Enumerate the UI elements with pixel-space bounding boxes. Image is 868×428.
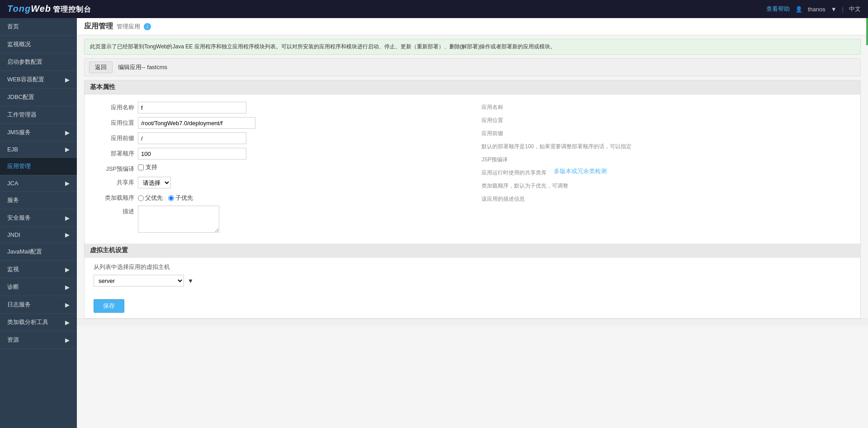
sidebar-item-jdbc[interactable]: JDBC配置 <box>0 89 77 106</box>
sidebar-item-web-container-arrow: ▶ <box>65 76 70 83</box>
app-prefix-hint: 应用前缀 <box>481 128 503 137</box>
sidebar-item-ejb[interactable]: EJB ▶ <box>0 141 77 158</box>
sidebar-item-jdbc-label: JDBC配置 <box>7 93 34 101</box>
app-name-input[interactable] <box>138 102 246 113</box>
jsp-compile-checkbox-label[interactable]: 支持 <box>138 163 157 171</box>
classload-order-label: 类加载顺序 <box>94 192 134 202</box>
desc-row: 描述 <box>94 206 463 233</box>
jsp-compile-hint: JSP预编译 <box>481 154 508 164</box>
right-status-bar <box>866 18 868 45</box>
sidebar-item-home-label: 首页 <box>7 23 19 31</box>
sidebar-item-jndi-label: JNDI <box>7 231 20 238</box>
classload-child-label[interactable]: 子优先 <box>168 194 193 202</box>
sidebar-item-monitor-overview[interactable]: 监视概况 <box>0 36 77 53</box>
classload-hint-row: 类加载顺序，默认为子优先，可调整 <box>481 180 851 190</box>
deploy-order-label: 部署顺序 <box>94 148 134 158</box>
classload-order-row: 类加载顺序 父优先 子优先 <box>94 192 463 202</box>
vhost-header: 虚拟主机设置 <box>85 244 860 258</box>
sidebar-item-service[interactable]: 服务 <box>0 192 77 209</box>
deploy-order-hint-row: 默认的部署顺序是100，如果需要调整部署顺序的话，可以指定 <box>481 141 851 151</box>
classload-father-label[interactable]: 父优先 <box>138 194 163 202</box>
logo: TongWeb管理控制台 <box>7 4 91 14</box>
sidebar-item-jndi[interactable]: JNDI ▶ <box>0 227 77 243</box>
action-title: 编辑应用-- fastcms <box>118 63 167 71</box>
sidebar-item-jca-arrow: ▶ <box>65 180 70 187</box>
vhost-dropdown-arrow: ▼ <box>188 277 193 284</box>
shared-lib-link[interactable]: 多版本或冗余类检测 <box>554 167 607 175</box>
sidebar-item-classload-label: 类加载分析工具 <box>7 318 48 326</box>
sidebar-item-resource[interactable]: 资源 ▶ <box>0 331 77 349</box>
info-icon[interactable]: i <box>144 23 151 30</box>
sidebar-item-javamail[interactable]: JavaMail配置 <box>0 243 77 261</box>
layout: 首页 监视概况 启动参数配置 WEB容器配置 ▶ JDBC配置 工作管理器 JM… <box>0 18 868 428</box>
sidebar-item-resource-label: 资源 <box>7 336 19 344</box>
desc-textarea[interactable] <box>138 206 219 233</box>
sidebar-item-web-container-label: WEB容器配置 <box>7 75 44 84</box>
vhost-select-wrapper: server ▼ <box>94 275 851 287</box>
sidebar-item-log[interactable]: 日志服务 ▶ <box>0 296 77 314</box>
app-location-label: 应用位置 <box>94 117 134 127</box>
page-title: 应用管理 <box>84 22 113 31</box>
sidebar-item-startup-config[interactable]: 启动参数配置 <box>0 53 77 71</box>
sidebar-item-app-management[interactable]: 应用管理 <box>0 158 77 175</box>
sidebar-item-monitor[interactable]: 监视 ▶ <box>0 261 77 278</box>
sidebar: 首页 监视概况 启动参数配置 WEB容器配置 ▶ JDBC配置 工作管理器 JM… <box>0 18 77 428</box>
app-prefix-row: 应用前缀 <box>94 132 463 144</box>
deploy-order-hint: 默认的部署顺序是100，如果需要调整部署顺序的话，可以指定 <box>481 141 632 151</box>
jsp-compile-text: 支持 <box>146 163 157 171</box>
app-location-hint-row: 应用位置 <box>481 115 851 124</box>
user-icon: 👤 <box>795 6 802 13</box>
classload-hint: 类加载顺序，默认为子优先，可调整 <box>481 180 568 190</box>
breadcrumb: 管理应用 <box>117 23 140 31</box>
desc-hint-row: 该应用的描述信息 <box>481 193 851 203</box>
vhost-select[interactable]: server <box>94 275 184 287</box>
sidebar-item-service-label: 服务 <box>7 196 19 204</box>
jsp-compile-row: JSP预编译 支持 <box>94 163 463 173</box>
help-link[interactable]: 查看帮助 <box>766 5 790 13</box>
app-name-label: 应用名称 <box>94 102 134 112</box>
bottom-bar <box>77 319 868 326</box>
shared-lib-hint-row: 应用运行时使用的共享类库 多版本或冗余类检测 <box>481 167 851 177</box>
app-location-input[interactable] <box>138 117 255 129</box>
sidebar-item-security[interactable]: 安全服务 ▶ <box>0 209 77 227</box>
sidebar-item-diagnose[interactable]: 诊断 ▶ <box>0 278 77 296</box>
classload-child-radio[interactable] <box>168 195 174 201</box>
sidebar-item-diagnose-label: 诊断 <box>7 283 19 291</box>
main: 应用管理 管理应用 i 此页显示了已经部署到TongWeb的Java EE 应用… <box>77 18 868 428</box>
sidebar-item-monitor-label: 监视 <box>7 265 19 273</box>
sidebar-item-work-manager-label: 工作管理器 <box>7 111 37 119</box>
classload-father-text: 父优先 <box>145 194 163 202</box>
page-header: 应用管理 管理应用 i <box>77 18 868 35</box>
sidebar-item-web-container[interactable]: WEB容器配置 ▶ <box>0 71 77 89</box>
vhost-desc: 从列表中选择应用的虚拟主机 <box>94 263 851 271</box>
shared-lib-label: 共享库 <box>94 177 134 187</box>
sidebar-item-classload[interactable]: 类加载分析工具 ▶ <box>0 314 77 331</box>
shared-lib-select[interactable]: 请选择 <box>138 177 171 188</box>
logo-mgmt: 管理控制台 <box>53 5 91 13</box>
language-switch[interactable]: 中文 <box>849 5 861 13</box>
user-dropdown-arrow[interactable]: ▼ <box>831 6 837 13</box>
desc-label: 描述 <box>94 206 134 216</box>
form-left-col: 应用名称 应用位置 应用前缀 <box>94 102 463 236</box>
sidebar-item-jms-label: JMS服务 <box>7 128 31 136</box>
sidebar-item-jca[interactable]: JCA ▶ <box>0 175 77 192</box>
sidebar-item-classload-arrow: ▶ <box>65 319 70 326</box>
app-name-row: 应用名称 <box>94 102 463 113</box>
action-bar: 返回 编辑应用-- fastcms <box>84 58 861 76</box>
sidebar-item-startup-config-label: 启动参数配置 <box>7 58 42 66</box>
save-button[interactable]: 保存 <box>94 299 124 313</box>
form-right-col: 应用名称 应用位置 应用前缀 默认的部署顺序是100，如果需要调整部署顺序的话，… <box>481 102 851 236</box>
app-prefix-label: 应用前缀 <box>94 132 134 142</box>
vhost-section: 从列表中选择应用的虚拟主机 server ▼ <box>85 258 860 294</box>
deploy-order-input[interactable] <box>138 148 246 160</box>
back-button[interactable]: 返回 <box>89 61 113 73</box>
app-prefix-input[interactable] <box>138 132 246 144</box>
sidebar-item-jms[interactable]: JMS服务 ▶ <box>0 124 77 141</box>
jsp-compile-checkbox[interactable] <box>138 165 144 170</box>
sidebar-item-home[interactable]: 首页 <box>0 18 77 36</box>
sidebar-item-security-arrow: ▶ <box>65 215 70 221</box>
sidebar-item-log-arrow: ▶ <box>65 301 70 308</box>
sidebar-item-work-manager[interactable]: 工作管理器 <box>0 106 77 124</box>
sidebar-item-jndi-arrow: ▶ <box>65 231 70 238</box>
classload-father-radio[interactable] <box>138 195 144 201</box>
